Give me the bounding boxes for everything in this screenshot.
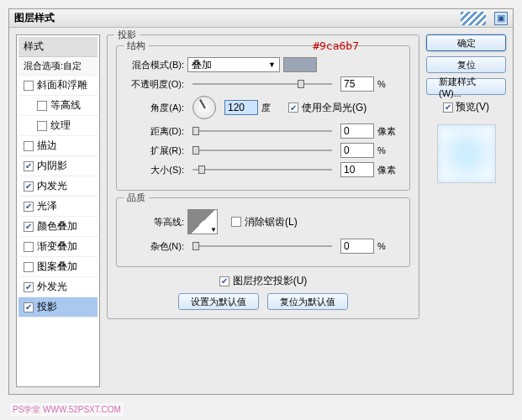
sidebar-checkbox[interactable] xyxy=(37,101,47,111)
sidebar-item-label: 纹理 xyxy=(50,118,71,133)
noise-label: 杂色(N): xyxy=(125,240,184,253)
opacity-unit: % xyxy=(377,79,401,89)
blend-mode-value: 叠加 xyxy=(192,58,212,72)
watermark: PS学堂 WWW.52PSXT.COM xyxy=(10,403,124,417)
chevron-down-icon: ▼ xyxy=(268,60,276,69)
contour-label: 等高线: xyxy=(125,216,184,228)
sidebar-checkbox[interactable] xyxy=(24,262,34,272)
blend-mode-label: 混合模式(B): xyxy=(125,59,184,71)
sidebar-item-label: 斜面和浮雕 xyxy=(37,78,87,92)
sidebar-item-label: 描边 xyxy=(37,139,57,153)
sidebar-checkbox[interactable] xyxy=(24,161,34,171)
sidebar-item-label: 外发光 xyxy=(37,280,67,294)
size-unit: 像素 xyxy=(377,164,401,176)
sidebar-checkbox[interactable] xyxy=(24,242,34,252)
angle-label: 角度(A): xyxy=(125,102,184,114)
knockout-checkbox[interactable] xyxy=(219,276,229,286)
noise-unit: % xyxy=(377,241,401,251)
color-hex-annotation: #9ca6b7 xyxy=(313,39,359,52)
knockout-label: 图层挖空投影(U) xyxy=(233,274,308,288)
global-light-label: 使用全局光(G) xyxy=(302,101,366,115)
sidebar-item-2[interactable]: 纹理 xyxy=(18,116,98,136)
sidebar-item-label: 颜色叠加 xyxy=(37,219,77,234)
sidebar-item-0[interactable]: 斜面和浮雕 xyxy=(18,76,98,96)
sidebar-item-label: 内发光 xyxy=(37,179,67,193)
sidebar-checkbox[interactable] xyxy=(37,121,47,131)
preview-checkbox[interactable] xyxy=(443,102,453,113)
sidebar-item-label: 等高线 xyxy=(50,98,81,113)
distance-slider[interactable] xyxy=(192,130,332,132)
distance-input[interactable]: 0 xyxy=(340,123,374,139)
title-decoration xyxy=(461,12,486,25)
angle-dial[interactable] xyxy=(192,96,216,119)
angle-unit: 度 xyxy=(261,102,285,114)
opacity-input[interactable]: 75 xyxy=(340,76,374,92)
shadow-color-swatch[interactable] xyxy=(283,57,317,72)
new-style-button[interactable]: 新建样式(W)... xyxy=(426,78,506,95)
sidebar-item-label: 光泽 xyxy=(37,199,57,213)
cancel-button[interactable]: 复位 xyxy=(426,56,506,73)
set-default-button[interactable]: 设置为默认值 xyxy=(178,293,259,310)
size-input[interactable]: 10 xyxy=(340,162,374,177)
panel-drop-shadow: 投影 结构 #9ca6b7 混合模式(B): 叠加 ▼ xyxy=(107,34,419,319)
sidebar-item-4[interactable]: 内阴影 xyxy=(18,156,98,176)
distance-unit: 像素 xyxy=(377,125,401,138)
sidebar-checkbox[interactable] xyxy=(24,202,34,212)
global-light-checkbox[interactable] xyxy=(288,102,298,113)
sidebar-checkbox[interactable] xyxy=(24,81,34,91)
sidebar-item-label: 渐变叠加 xyxy=(37,239,77,254)
sidebar-item-label: 内阴影 xyxy=(37,159,67,173)
noise-slider[interactable] xyxy=(192,245,332,247)
spread-label: 扩展(R): xyxy=(125,144,184,157)
close-icon[interactable]: ▣ xyxy=(494,12,508,25)
antialias-checkbox[interactable] xyxy=(231,217,241,227)
blend-options-label[interactable]: 混合选项:自定 xyxy=(18,57,98,76)
spread-input[interactable]: 0 xyxy=(340,143,374,158)
sidebar-item-11[interactable]: 投影 xyxy=(18,297,98,318)
blend-mode-select[interactable]: 叠加 ▼ xyxy=(187,57,280,72)
sidebar-checkbox[interactable] xyxy=(24,282,34,292)
spread-unit: % xyxy=(377,145,401,155)
styles-sidebar: 样式 混合选项:自定 斜面和浮雕等高线纹理描边内阴影内发光光泽颜色叠加渐变叠加图… xyxy=(16,34,100,387)
sidebar-checkbox[interactable] xyxy=(24,141,34,151)
distance-label: 距离(D): xyxy=(125,125,184,138)
chevron-down-icon: ▼ xyxy=(210,226,217,234)
noise-input[interactable]: 0 xyxy=(340,239,374,254)
sidebar-item-5[interactable]: 内发光 xyxy=(18,176,98,197)
group-structure: 结构 xyxy=(124,39,149,52)
spread-slider[interactable] xyxy=(192,150,332,151)
sidebar-item-7[interactable]: 颜色叠加 xyxy=(18,217,98,237)
preview-thumbnail xyxy=(437,124,496,183)
sidebar-item-label: 图案叠加 xyxy=(37,260,77,274)
opacity-slider[interactable] xyxy=(192,83,332,85)
sidebar-item-3[interactable]: 描边 xyxy=(18,136,98,156)
contour-picker[interactable]: ▼ xyxy=(187,209,218,234)
size-slider[interactable] xyxy=(192,169,332,171)
size-label: 大小(S): xyxy=(125,164,184,176)
sidebar-checkbox[interactable] xyxy=(24,222,34,232)
sidebar-checkbox[interactable] xyxy=(24,181,34,192)
antialias-label: 消除锯齿(L) xyxy=(245,215,298,229)
titlebar: 图层样式 ▣ xyxy=(9,9,513,28)
window-title: 图层样式 xyxy=(14,11,55,25)
opacity-label: 不透明度(O): xyxy=(125,78,184,91)
ok-button[interactable]: 确定 xyxy=(426,34,506,51)
sidebar-item-1[interactable]: 等高线 xyxy=(18,96,98,116)
sidebar-item-9[interactable]: 图案叠加 xyxy=(18,257,98,277)
preview-label: 预览(V) xyxy=(456,100,489,114)
sidebar-item-10[interactable]: 外发光 xyxy=(18,277,98,297)
sidebar-checkbox[interactable] xyxy=(24,302,34,312)
sidebar-item-label: 投影 xyxy=(37,300,57,314)
reset-default-button[interactable]: 复位为默认值 xyxy=(267,293,348,310)
sidebar-header: 样式 xyxy=(18,37,98,57)
angle-input[interactable]: 120 xyxy=(224,100,258,115)
sidebar-item-6[interactable]: 光泽 xyxy=(18,197,98,217)
sidebar-item-8[interactable]: 渐变叠加 xyxy=(18,237,98,257)
group-quality: 品质 xyxy=(124,192,149,204)
